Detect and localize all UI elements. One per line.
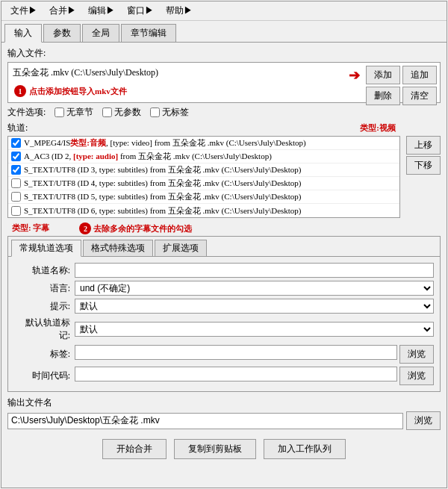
track-sub6-checkbox[interactable] [11,206,21,216]
output-row: 浏览 [7,411,441,430]
tags-label: 标签: [14,348,70,361]
track-row-sub-4: S_TEXT/UTF8 (ID 4, type: subtitles) from… [8,177,399,190]
output-label: 输出文件名 [7,396,441,409]
type-video-label: 类型:视频 [360,122,396,134]
tags-browse-button[interactable]: 浏览 [399,345,434,364]
track-name-label: 轨道名称: [14,264,70,277]
lang-label: 语言: [14,282,70,295]
file-options-label: 文件选项: [7,106,46,119]
track-name-input[interactable] [75,263,434,278]
inner-tabs: 常规轨道选项 格式特殊选项 扩展选项 [8,237,440,257]
track-row-video: V_MPEG4/IS类型:音频, [type: video] from 五朵金花… [8,137,399,150]
file-entry: 五朵金花 .mkv (C:\Users\July\Desktop) [11,66,373,80]
timecode-label: 时间代码: [14,370,70,382]
track-row-audio: A_AC3 (ID 2, [type: audio] from 五朵金花 .mk… [8,150,399,163]
annotation-1-circle: 1 [14,85,26,97]
default-track-select[interactable]: 默认 [75,322,434,337]
track-sub4-text: S_TEXT/UTF8 (ID 4, type: subtitles) from… [24,178,396,189]
file-options: 文件选项: 无章节 无参数 无标签 [7,106,441,119]
move-down-button[interactable]: 下移 [406,156,441,175]
output-browse-button[interactable]: 浏览 [406,411,441,430]
track-audio-text: A_AC3 (ID 2, [type: audio] from 五朵金花 .mk… [24,151,396,162]
menu-file[interactable]: 文件▶ [4,3,43,19]
tab-input[interactable]: 输入 [4,24,42,43]
track-sub5-checkbox[interactable] [11,192,21,202]
track-options-panel: 常规轨道选项 格式特殊选项 扩展选项 轨道名称: 语言: und (不确定) 提… [7,236,441,392]
copy-clipboard-button[interactable]: 复制到剪贴板 [174,439,256,459]
track-row-sub-6: S_TEXT/UTF8 (ID 6, type: subtitles) from… [8,204,399,217]
annotation-2-text: 去除多余的字幕文件的勾选 [93,223,192,234]
default-track-row: 默认轨道标记: 默认 [14,317,434,342]
type-subtitle-label: 类型: 字幕 [12,222,49,234]
output-input[interactable] [7,413,403,429]
main-tabs: 输入 参数 全局 章节编辑 [1,21,447,43]
append-button[interactable]: 追加 [402,66,437,84]
track-sub3-checkbox[interactable] [11,165,21,175]
input-files-label: 输入文件: [7,47,441,60]
timecode-browse-button[interactable]: 浏览 [399,367,434,385]
annotation-1-text: 点击添加按钮导入mkv文件 [29,86,127,97]
track-name-row: 轨道名称: [14,263,434,278]
track-audio-checkbox[interactable] [11,152,21,161]
main-window: 文件▶ 合并▶ 编辑▶ 窗口▶ 帮助▶ 输入 参数 全局 章节编辑 输入文件: … [1,1,447,488]
track-sub4-checkbox[interactable] [11,178,21,188]
inner-tab-format[interactable]: 格式特殊选项 [83,240,153,256]
hint-row: 提示: 默认 [14,299,434,314]
tab-global[interactable]: 全局 [82,24,119,42]
tracks-label: 轨道: [7,122,28,134]
lang-select[interactable]: und (不确定) [75,281,434,296]
output-section: 输出文件名 浏览 [7,396,441,430]
tracks-list-box: V_MPEG4/IS类型:音频, [type: video] from 五朵金花… [7,136,400,218]
delete-button[interactable]: 删除 [366,87,400,105]
timecode-input-group: 浏览 [75,367,434,385]
track-side-buttons: 上移 下移 [406,136,441,221]
opt-no-params[interactable]: 无参数 [102,106,141,119]
track-video-checkbox[interactable] [11,138,21,148]
opt-no-tags[interactable]: 无标签 [150,106,189,119]
track-row-sub-5: S_TEXT/UTF8 (ID 5, type: subtitles) from… [8,190,399,204]
menu-window[interactable]: 窗口▶ [121,3,160,19]
no-chapter-checkbox[interactable] [55,108,64,117]
hint-label: 提示: [14,300,70,313]
track-sub5-text: S_TEXT/UTF8 (ID 5, type: subtitles) from… [24,191,396,202]
tags-input[interactable] [75,345,397,360]
lang-row: 语言: und (不确定) [14,281,434,296]
input-btn-group: 添加 追加 删除 清空 [366,66,437,105]
clear-button[interactable]: 清空 [402,87,437,105]
track-sub3-text: S_TEXT/UTF8 (ID 3, type: subtitles) from… [24,164,396,175]
menu-edit[interactable]: 编辑▶ [82,3,121,19]
tab-params[interactable]: 参数 [43,24,81,42]
inner-tab-extended[interactable]: 扩展选项 [155,240,207,256]
tags-input-group: 浏览 [75,345,434,364]
hint-select[interactable]: 默认 [75,299,434,314]
no-tags-checkbox[interactable] [150,108,160,117]
timecode-input[interactable] [75,367,397,381]
bottom-buttons: 开始合并 复制到剪贴板 加入工作队列 [7,435,441,462]
annotation-2-circle: 2 [79,222,91,234]
track-options-content: 轨道名称: 语言: und (不确定) 提示: 默认 默认轨道标记: [8,260,440,391]
add-button[interactable]: 添加 [366,66,400,84]
no-params-checkbox[interactable] [102,108,112,117]
start-merge-button[interactable]: 开始合并 [102,439,167,459]
track-row-sub-3: S_TEXT/UTF8 (ID 3, type: subtitles) from… [8,163,399,177]
tab-chapter-editor[interactable]: 章节编辑 [121,24,176,42]
move-up-button[interactable]: 上移 [406,136,441,155]
opt-no-chapter[interactable]: 无章节 [55,106,93,119]
default-track-label: 默认轨道标记: [14,317,70,342]
track-video-text: V_MPEG4/IS类型:音频, [type: video] from 五朵金花… [24,137,396,149]
menu-merge[interactable]: 合并▶ [43,3,82,19]
inner-tab-general[interactable]: 常规轨道选项 [11,240,81,257]
add-arrow: ➔ [349,67,360,84]
tags-row: 标签: 浏览 [14,345,434,364]
menu-help[interactable]: 帮助▶ [160,3,199,19]
timecode-row: 时间代码: 浏览 [14,367,434,385]
main-content: 输入文件: 五朵金花 .mkv (C:\Users\July\Desktop) … [1,43,447,467]
menubar: 文件▶ 合并▶ 编辑▶ 窗口▶ 帮助▶ [1,1,447,21]
input-file-box: 五朵金花 .mkv (C:\Users\July\Desktop) 1 点击添加… [7,62,441,103]
add-queue-button[interactable]: 加入工作队列 [264,439,346,459]
track-sub6-text: S_TEXT/UTF8 (ID 6, type: subtitles) from… [24,205,396,217]
